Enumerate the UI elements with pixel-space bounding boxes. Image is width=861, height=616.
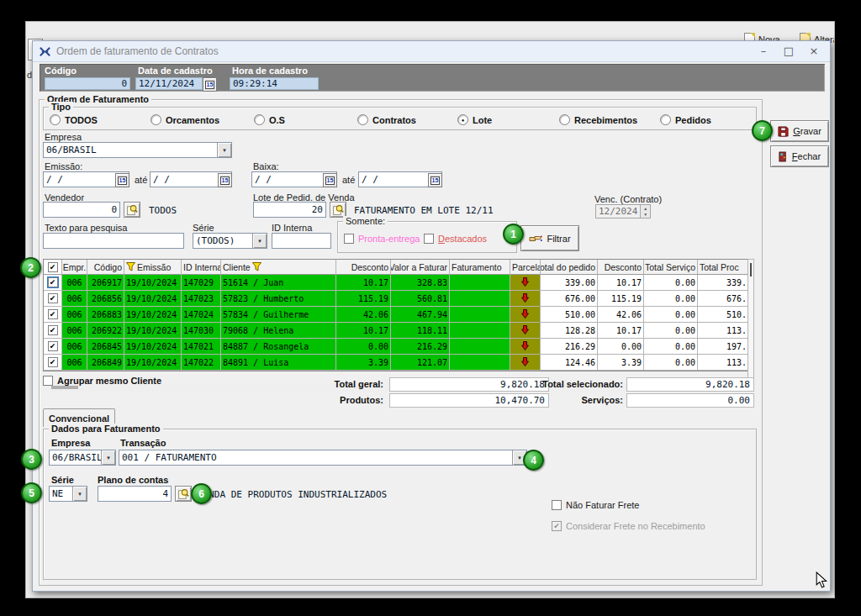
checkbox-icon[interactable] <box>424 234 434 244</box>
col-desconto[interactable]: Desconto <box>336 260 391 275</box>
table-vertical-scrollbar[interactable] <box>747 259 754 382</box>
row-select-cell[interactable]: ✔ <box>44 275 62 290</box>
calendar-button[interactable]: 15 <box>115 173 129 187</box>
transacao-dropdown[interactable]: 001 / FATURAMENTO ▼ <box>119 450 527 466</box>
calendar-button[interactable]: 15 <box>323 173 337 187</box>
table-row[interactable]: ✔ 006 206917 19/10/2024 147029 51614 / J… <box>44 275 748 291</box>
plano-contas-search-button[interactable] <box>175 486 192 502</box>
cell-parcelas[interactable] <box>510 291 541 306</box>
scrollbar-thumb[interactable] <box>750 263 752 276</box>
radio-icon[interactable] <box>151 114 161 125</box>
col-empr[interactable]: Empr. <box>62 260 87 275</box>
row-checkbox[interactable]: ✔ <box>48 341 58 351</box>
cell-parcelas[interactable] <box>510 355 541 370</box>
dados-serie-dropdown[interactable]: NE ▼ <box>49 486 87 502</box>
texto-pesquisa-input[interactable] <box>43 233 184 249</box>
radio-icon[interactable] <box>254 114 265 125</box>
agrupar-checkbox[interactable]: Agrupar mesmo Cliente <box>43 376 161 386</box>
table-row[interactable]: ✔ 006 206849 19/10/2024 147022 84891 / L… <box>44 355 748 371</box>
cell-parcelas[interactable] <box>510 339 541 354</box>
title-bar[interactable]: Ordem de faturamento de Contratos – □ × <box>33 41 830 62</box>
col-total-prod[interactable]: Total Proc <box>698 260 748 275</box>
gravar-label: Gravar <box>793 126 821 136</box>
row-select-cell[interactable]: ✔ <box>44 355 62 370</box>
tipo-radio-option[interactable]: Contratos <box>357 114 457 125</box>
calendar-button[interactable]: 15 <box>218 173 232 187</box>
filtrar-button[interactable]: Filtrar <box>520 225 579 251</box>
select-all-checkbox[interactable]: ✔ <box>48 262 58 272</box>
col-id-interna[interactable]: ID Interna <box>182 260 221 275</box>
chevron-down-icon[interactable]: ▼ <box>217 143 231 157</box>
col-faturamento[interactable]: Faturamento <box>450 260 510 275</box>
plano-contas-field[interactable]: 4 <box>98 486 172 502</box>
serie-filtro-dropdown[interactable]: (TODOS) ▼ <box>193 233 267 249</box>
checkmark: ✔ <box>553 522 560 530</box>
tipo-radio-option[interactable]: Pedidos <box>660 114 711 125</box>
checkbox-icon[interactable] <box>552 500 562 510</box>
tipo-radio-option[interactable]: Recebimentos <box>559 114 660 125</box>
lote-pedido-field[interactable]: 20 <box>253 202 326 218</box>
spin-up-icon[interactable]: ▲ <box>641 205 650 212</box>
cell-parcelas[interactable] <box>510 323 541 338</box>
cell-parcelas[interactable] <box>510 275 541 290</box>
scrollbar-thumb[interactable] <box>51 386 78 389</box>
venc-contrato-spinner[interactable]: 12/2024 ▲▼ <box>595 204 651 218</box>
maximize-button[interactable]: □ <box>776 41 801 60</box>
calendar-button[interactable]: 15 <box>428 173 442 187</box>
checkbox-icon[interactable] <box>43 376 53 386</box>
radio-icon[interactable] <box>357 114 368 125</box>
checkbox-icon[interactable] <box>344 234 354 244</box>
gravar-button[interactable]: Gravar <box>770 120 829 142</box>
row-select-cell[interactable]: ✔ <box>44 339 62 354</box>
select-all-cell[interactable]: ✔ <box>44 260 62 275</box>
dados-empresa-dropdown[interactable]: 06/BRASIL ▼ <box>49 450 116 466</box>
row-checkbox[interactable]: ✔ <box>48 357 58 367</box>
col-codigo[interactable]: Código <box>87 260 124 275</box>
radio-icon[interactable] <box>559 114 570 125</box>
spin-down-icon[interactable]: ▼ <box>641 212 650 218</box>
data-cadastro-field[interactable]: 12/11/2024 <box>135 77 203 90</box>
radio-icon[interactable] <box>660 114 671 125</box>
chevron-down-icon[interactable]: ▼ <box>72 487 87 501</box>
vendedor-field[interactable]: 0 <box>43 202 120 218</box>
table-row[interactable]: ✔ 006 206883 19/10/2024 147024 57834 / G… <box>44 307 748 323</box>
table-row[interactable]: ✔ 006 206845 19/10/2024 147021 84887 / R… <box>44 339 748 355</box>
empresa-dropdown[interactable]: 06/BRASIL ▼ <box>43 142 232 158</box>
destacados-checkbox[interactable]: Destacados <box>424 234 487 244</box>
col-total-pedido[interactable]: Total do pedido <box>541 260 598 275</box>
col-emissao[interactable]: Emissão <box>124 260 182 275</box>
nao-faturar-frete-checkbox[interactable]: Não Faturar Frete <box>552 500 639 510</box>
row-select-cell[interactable]: ✔ <box>44 291 62 306</box>
chevron-down-icon[interactable]: ▼ <box>252 234 267 248</box>
tipo-radio-option[interactable]: TODOS <box>50 114 151 125</box>
row-checkbox[interactable]: ✔ <box>48 325 58 335</box>
row-checkbox[interactable]: ✔ <box>48 277 58 287</box>
table-row[interactable]: ✔ 006 206922 19/10/2024 147030 79068 / H… <box>44 323 748 339</box>
minimize-button[interactable]: – <box>751 41 776 60</box>
calendar-button[interactable]: 15 <box>203 77 217 92</box>
row-select-cell[interactable]: ✔ <box>44 323 62 338</box>
fechar-button[interactable]: Fechar <box>770 145 829 167</box>
chevron-down-icon[interactable]: ▼ <box>101 450 115 465</box>
col-parcelas[interactable]: Parcelas <box>510 260 541 275</box>
tipo-radio-option[interactable]: O.S <box>254 114 357 125</box>
col-valor-faturar[interactable]: Valor a Faturar <box>391 260 450 275</box>
id-interna-input[interactable] <box>272 233 331 249</box>
col-cliente[interactable]: Cliente <box>221 260 336 275</box>
cell-parcelas[interactable] <box>510 307 541 322</box>
col-total-servico[interactable]: Total Serviço <box>644 260 698 275</box>
row-checkbox[interactable]: ✔ <box>48 293 58 303</box>
hora-cadastro-field[interactable]: 09:29:14 <box>230 77 319 90</box>
row-checkbox[interactable]: ✔ <box>48 309 58 319</box>
tipo-radio-option[interactable]: Orcamentos <box>151 114 254 125</box>
col-desconto2[interactable]: Desconto <box>598 260 644 275</box>
table-row[interactable]: ✔ 006 206856 19/10/2024 147023 57823 / H… <box>44 291 748 307</box>
radio-icon[interactable] <box>50 114 61 125</box>
tipo-radio-option[interactable]: ● Lote <box>457 114 559 125</box>
radio-icon[interactable]: ● <box>457 114 468 125</box>
vendedor-search-button[interactable] <box>124 202 140 218</box>
row-select-cell[interactable]: ✔ <box>44 307 62 322</box>
pronta-entrega-checkbox[interactable]: Pronta-entrega <box>344 234 420 244</box>
codigo-field[interactable]: 0 <box>45 77 130 90</box>
close-button[interactable]: × <box>801 41 827 60</box>
